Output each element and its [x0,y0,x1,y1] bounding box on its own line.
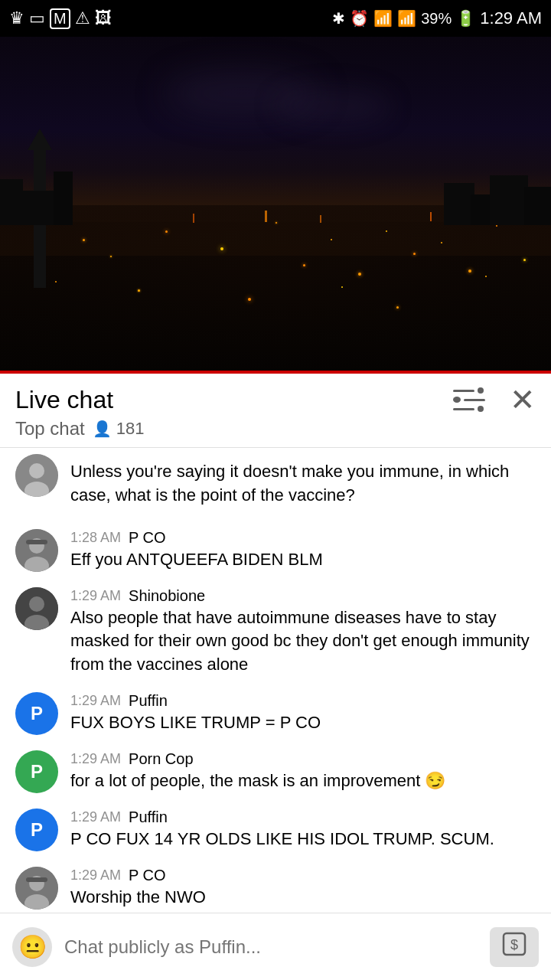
alarm-icon: ⏰ [350,9,369,28]
message-content: 1:29 AM Puffin P CO FUX 14 YR OLDS LIKE … [70,808,536,851]
message-meta: 1:29 AM Puffin [70,692,536,710]
m-icon: M [50,8,70,29]
message-meta: 1:29 AM Shinobione [70,587,536,605]
message-content: 1:29 AM Puffin FUX BOYS LIKE TRUMP = P C… [70,692,536,735]
message-text: P CO FUX 14 YR OLDS LIKE HIS IDOL TRUMP.… [70,828,536,851]
chat-title: Live chat [15,386,113,414]
status-icons-left: ♛ ▭ M ⚠ 🖼 [9,8,112,29]
avatar [15,867,58,910]
image-icon: 🖼 [95,8,112,28]
table-row: P 1:29 AM Puffin P CO FUX 14 YR OLDS LIK… [0,801,551,859]
chat-header: Live chat ✕ Top chat [0,374,551,448]
message-meta: 1:29 AM P CO [70,867,536,884]
time-display: 1:29 AM [480,8,542,28]
message-time: 1:29 AM [70,751,121,767]
status-bar: ♛ ▭ M ⚠ 🖼 ✱ ⏰ 📶 📶 39% 🔋 1:29 AM [0,0,551,37]
message-author: Puffin [129,808,168,826]
close-chat-button[interactable]: ✕ [510,384,536,415]
svg-rect-13 [26,877,47,882]
table-row: P 1:29 AM Puffin FUX BOYS LIKE TRUMP = P… [0,684,551,743]
chat-title-row: Live chat ✕ [15,384,536,415]
avatar [15,529,58,572]
video-player[interactable] [0,37,551,374]
message-time: 1:28 AM [70,530,121,546]
battery-icon: 🔋 [456,9,475,28]
viewer-count: 👤 181 [93,419,145,439]
chat-action-icons: ✕ [450,384,536,415]
video-background [0,37,551,374]
svg-point-8 [29,596,44,612]
wifi-icon: 📶 [373,9,393,28]
message-author: P CO [129,529,166,547]
message-author: Puffin [129,692,168,710]
message-content: 1:29 AM Porn Cop for a lot of people, th… [70,750,536,793]
battery-percent: 39% [421,10,452,28]
viewer-count-number: 181 [116,419,145,439]
message-author: Shinobione [129,587,205,605]
message-time: 1:29 AM [70,809,121,825]
message-author: P CO [129,867,166,884]
message-text: FUX BOYS LIKE TRUMP = P CO [70,711,536,735]
avatar: P [15,692,58,735]
chat-input-bar: 😐 $ [0,913,551,980]
message-text: Also people that have autoimmune disease… [70,606,536,677]
message-text: for a lot of people, the mask is an impr… [70,769,536,793]
avatar [15,454,58,497]
message-content: 1:29 AM Shinobione Also people that have… [70,587,536,677]
avatar: P [15,808,58,851]
message-time: 1:29 AM [70,588,121,604]
signal-icon: 📶 [397,9,416,28]
table-row: 1:29 AM P CO Worship the NWO [0,859,551,917]
status-icons-right: ✱ ⏰ 📶 📶 39% 🔋 1:29 AM [332,8,542,28]
partial-message: Unless you're saying it doesn't make you… [0,448,551,514]
chat-subtitle-row: Top chat 👤 181 [15,418,536,439]
crown-icon: ♛ [9,8,24,28]
message-meta: 1:29 AM Puffin [70,808,536,826]
video-progress-bar[interactable] [0,371,551,374]
avatar: P [15,750,58,793]
bluetooth-icon: ✱ [332,9,345,28]
message-text: Worship the NWO [70,886,536,910]
chat-messages-list: 1:28 AM P CO Eff you ANTQUEEFA BIDEN BLM… [0,514,551,980]
message-author: Porn Cop [129,750,194,768]
svg-rect-6 [26,540,47,544]
avatar [15,587,58,630]
table-row: 1:28 AM P CO Eff you ANTQUEEFA BIDEN BLM [0,521,551,580]
send-superscript-button[interactable]: $ [490,927,539,967]
emoji-button[interactable]: 😐 [12,927,52,967]
folder-icon: ▭ [29,8,45,28]
table-row: 1:29 AM Shinobione Also people that have… [0,580,551,684]
svg-point-1 [29,463,44,479]
top-chat-label: Top chat [15,418,85,439]
send-icon: $ [501,931,527,962]
warning-icon: ⚠ [75,8,90,28]
person-icon: 👤 [93,420,112,438]
emoji-icon: 😐 [18,933,47,960]
message-meta: 1:29 AM Porn Cop [70,750,536,768]
message-time: 1:29 AM [70,693,121,709]
message-time: 1:29 AM [70,867,121,884]
svg-text:$: $ [510,937,518,952]
table-row: P 1:29 AM Porn Cop for a lot of people, … [0,743,551,801]
message-text: Eff you ANTQUEEFA BIDEN BLM [70,548,536,572]
partial-message-text: Unless you're saying it doesn't make you… [70,454,536,508]
filter-icon-button[interactable] [450,385,488,415]
chat-input-field[interactable] [64,927,478,967]
message-content: 1:28 AM P CO Eff you ANTQUEEFA BIDEN BLM [70,529,536,572]
message-meta: 1:28 AM P CO [70,529,536,547]
message-content: 1:29 AM P CO Worship the NWO [70,867,536,910]
